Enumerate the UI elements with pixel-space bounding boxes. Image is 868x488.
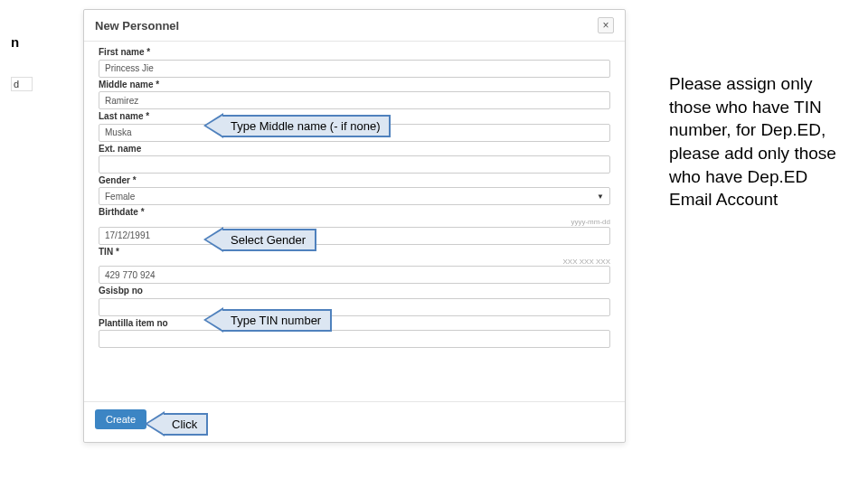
- field-middle-name: Middle name *: [99, 80, 610, 110]
- input-tin[interactable]: [99, 266, 610, 284]
- callout-text: Type TIN number: [222, 309, 332, 332]
- create-button[interactable]: Create: [95, 409, 146, 429]
- label-middle-name: Middle name *: [99, 80, 610, 89]
- callout-tin: Type TIN number: [203, 307, 332, 333]
- label-plantilla: Plantilla item no: [99, 318, 610, 328]
- callout-text: Select Gender: [222, 229, 316, 251]
- input-first-name[interactable]: [99, 60, 610, 78]
- label-ext-name: Ext. name: [99, 144, 610, 154]
- hint-birthdate: yyyy-mm-dd: [99, 218, 610, 226]
- chevron-down-icon: ▼: [597, 192, 604, 201]
- field-birthdate: Birthdate * yyyy-mm-dd: [99, 207, 610, 245]
- field-first-name: First name *: [99, 47, 610, 78]
- callout-gender: Select Gender: [203, 227, 316, 252]
- callout-text: Click: [163, 413, 208, 436]
- instruction-note: Please assign only those who have TIN nu…: [669, 72, 845, 211]
- label-birthdate: Birthdate *: [99, 207, 610, 217]
- field-gender: Gender * Female ▼: [99, 175, 610, 205]
- label-gender: Gender *: [99, 175, 610, 185]
- label-tin: TIN *: [99, 247, 610, 257]
- field-gsisbp: Gsisbp no: [99, 286, 610, 316]
- input-middle-name[interactable]: [99, 91, 610, 109]
- input-ext-name[interactable]: [99, 155, 610, 174]
- input-gsisbp[interactable]: [99, 298, 610, 316]
- label-first-name: First name *: [99, 47, 610, 57]
- label-gsisbp: Gsisbp no: [99, 286, 610, 296]
- frag-letter: n: [11, 34, 33, 50]
- field-tin: TIN * XXX XXX XXX: [99, 247, 610, 285]
- frag-letter: d: [11, 77, 33, 91]
- callout-middle-name: Type Middle name (- if none): [203, 113, 391, 138]
- modal-title: New Personnel: [95, 19, 179, 33]
- field-plantilla: Plantilla item no: [99, 318, 610, 349]
- modal-header: New Personnel ×: [84, 10, 625, 42]
- hint-tin: XXX XXX XXX: [99, 258, 610, 266]
- background-page-fragments: n d: [11, 34, 33, 107]
- close-icon: ×: [602, 19, 609, 32]
- select-gender[interactable]: Female ▼: [99, 187, 610, 205]
- callout-click: Click: [145, 411, 208, 436]
- modal-close-button[interactable]: ×: [598, 17, 614, 33]
- input-plantilla[interactable]: [99, 330, 610, 348]
- callout-text: Type Middle name (- if none): [222, 115, 391, 137]
- field-ext-name: Ext. name: [99, 144, 610, 174]
- select-gender-value: Female: [105, 192, 135, 202]
- new-personnel-modal: New Personnel × First name * Middle name…: [83, 9, 626, 443]
- input-birthdate[interactable]: [99, 227, 610, 245]
- modal-body: First name * Middle name * Last name * E…: [84, 42, 625, 401]
